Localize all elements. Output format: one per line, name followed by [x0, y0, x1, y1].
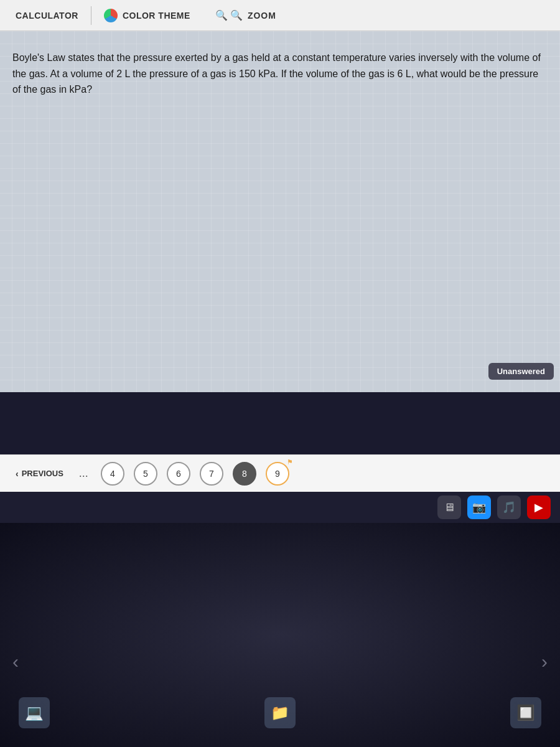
dots-label: ... [79, 467, 88, 479]
toolbar: CALCULATOR COLOR THEME 🔍 🔍 ZOOM [0, 0, 560, 31]
chevron-left-icon: ‹ [16, 469, 19, 479]
color-theme-icon [104, 9, 118, 22]
previous-button[interactable]: ‹ PREVIOUS [12, 469, 67, 479]
play-icon-button[interactable]: ▶ [527, 496, 551, 519]
zoom-section: 🔍 🔍 ZOOM [206, 9, 286, 22]
toolbar-divider [91, 6, 91, 25]
calculator-button[interactable]: CALCULATOR [6, 0, 88, 31]
taskbar: 🖥 📷 🎵 ▶ [0, 492, 560, 523]
page-7-button[interactable]: 7 [200, 462, 223, 486]
calculator-label: CALCULATOR [16, 11, 78, 21]
desktop-nav-right[interactable]: › [541, 651, 548, 672]
monitor-icon-button[interactable]: 🖥 [437, 496, 461, 519]
page-9-button[interactable]: 9 [266, 462, 289, 486]
question-text: Boyle's Law states that the pressure exe… [12, 50, 548, 98]
navigation-bar: ‹ PREVIOUS ... 4 5 6 7 8 9 [0, 454, 560, 492]
desktop-icon-left-img: 💻 [19, 697, 50, 728]
color-theme-label: COLOR THEME [123, 11, 190, 21]
question-area: Boyle's Law states that the pressure exe… [0, 31, 560, 392]
page-5-button[interactable]: 5 [134, 462, 157, 486]
zoom-out-icon[interactable]: 🔍 [215, 9, 228, 22]
page-4-button[interactable]: 4 [101, 462, 124, 486]
unanswered-badge: Unanswered [488, 363, 554, 380]
desktop-nav-left[interactable]: ‹ [12, 651, 19, 672]
desktop-icon-right-img: 🔲 [510, 697, 541, 728]
desktop-area: 💻 📁 🔲 ‹ › [0, 523, 560, 747]
desktop-icons: 💻 📁 🔲 [0, 697, 560, 728]
page-6-button[interactable]: 6 [167, 462, 190, 486]
desktop-icon-center[interactable]: 📁 [264, 697, 296, 728]
page-8-button[interactable]: 8 [233, 462, 256, 486]
zoom-label: ZOOM [248, 11, 276, 21]
previous-label: PREVIOUS [22, 469, 63, 478]
desktop-icon-center-img: 📁 [264, 697, 296, 728]
zoom-in-icon[interactable]: 🔍 [230, 9, 243, 22]
desktop-icon-left[interactable]: 💻 [19, 697, 50, 728]
dots-button[interactable]: ... [76, 467, 91, 480]
color-theme-button[interactable]: COLOR THEME [95, 0, 200, 31]
camera-icon-button[interactable]: 📷 [467, 496, 491, 519]
music-icon-button[interactable]: 🎵 [497, 496, 521, 519]
desktop-icon-right[interactable]: 🔲 [510, 697, 541, 728]
